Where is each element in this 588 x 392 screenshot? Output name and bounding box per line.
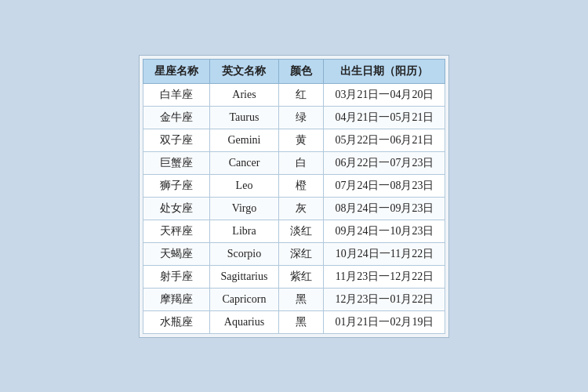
cell-english-name: Aquarius	[209, 310, 279, 333]
cell-dates: 05月22日一06月21日	[324, 129, 445, 151]
cell-dates: 08月24日一09月23日	[324, 197, 445, 220]
table-row: 狮子座Leo橙07月24日一08月23日	[143, 174, 445, 197]
cell-chinese-name: 处女座	[143, 197, 209, 220]
cell-chinese-name: 摩羯座	[143, 288, 209, 310]
cell-chinese-name: 双子座	[143, 129, 209, 151]
cell-color: 黄	[279, 129, 324, 151]
cell-color: 绿	[279, 106, 324, 129]
cell-chinese-name: 水瓶座	[143, 310, 209, 333]
table-row: 巨蟹座Cancer白06月22日一07月23日	[143, 151, 445, 174]
cell-dates: 07月24日一08月23日	[324, 174, 445, 197]
cell-english-name: Aries	[209, 83, 279, 106]
cell-english-name: Sagittarius	[209, 265, 279, 288]
cell-dates: 03月21日一04月20日	[324, 83, 445, 106]
cell-chinese-name: 白羊座	[143, 83, 209, 106]
cell-english-name: Scorpio	[209, 242, 279, 265]
cell-color: 红	[279, 83, 324, 106]
cell-english-name: Virgo	[209, 197, 279, 220]
cell-chinese-name: 天秤座	[143, 220, 209, 242]
header-dates: 出生日期（阳历）	[324, 59, 445, 83]
table-row: 天蝎座Scorpio深红10月24日一11月22日	[143, 242, 445, 265]
table-row: 水瓶座Aquarius黑01月21日一02月19日	[143, 310, 445, 333]
cell-color: 紫红	[279, 265, 324, 288]
cell-english-name: Leo	[209, 174, 279, 197]
table-row: 射手座Sagittarius紫红11月23日一12月22日	[143, 265, 445, 288]
header-color: 颜色	[279, 59, 324, 83]
table-header-row: 星座名称 英文名称 颜色 出生日期（阳历）	[143, 59, 445, 83]
zodiac-table: 星座名称 英文名称 颜色 出生日期（阳历） 白羊座Aries红03月21日一04…	[143, 59, 446, 334]
cell-chinese-name: 狮子座	[143, 174, 209, 197]
cell-color: 灰	[279, 197, 324, 220]
cell-color: 黑	[279, 288, 324, 310]
table-row: 摩羯座Capricorn黑12月23日一01月22日	[143, 288, 445, 310]
zodiac-table-container: 星座名称 英文名称 颜色 出生日期（阳历） 白羊座Aries红03月21日一04…	[139, 55, 450, 338]
cell-dates: 01月21日一02月19日	[324, 310, 445, 333]
cell-dates: 10月24日一11月22日	[324, 242, 445, 265]
cell-english-name: Capricorn	[209, 288, 279, 310]
cell-chinese-name: 金牛座	[143, 106, 209, 129]
cell-english-name: Taurus	[209, 106, 279, 129]
cell-dates: 04月21日一05月21日	[324, 106, 445, 129]
table-row: 白羊座Aries红03月21日一04月20日	[143, 83, 445, 106]
cell-chinese-name: 巨蟹座	[143, 151, 209, 174]
cell-color: 黑	[279, 310, 324, 333]
cell-dates: 12月23日一01月22日	[324, 288, 445, 310]
cell-english-name: Libra	[209, 220, 279, 242]
table-row: 金牛座Taurus绿04月21日一05月21日	[143, 106, 445, 129]
cell-color: 橙	[279, 174, 324, 197]
cell-english-name: Gemini	[209, 129, 279, 151]
cell-chinese-name: 天蝎座	[143, 242, 209, 265]
cell-color: 白	[279, 151, 324, 174]
cell-chinese-name: 射手座	[143, 265, 209, 288]
header-english-name: 英文名称	[209, 59, 279, 83]
cell-dates: 06月22日一07月23日	[324, 151, 445, 174]
table-row: 天秤座Libra淡红09月24日一10月23日	[143, 220, 445, 242]
cell-color: 淡红	[279, 220, 324, 242]
cell-color: 深红	[279, 242, 324, 265]
table-row: 处女座Virgo灰08月24日一09月23日	[143, 197, 445, 220]
cell-english-name: Cancer	[209, 151, 279, 174]
header-chinese-name: 星座名称	[143, 59, 209, 83]
table-body: 白羊座Aries红03月21日一04月20日金牛座Taurus绿04月21日一0…	[143, 83, 445, 333]
cell-dates: 09月24日一10月23日	[324, 220, 445, 242]
table-row: 双子座Gemini黄05月22日一06月21日	[143, 129, 445, 151]
cell-dates: 11月23日一12月22日	[324, 265, 445, 288]
